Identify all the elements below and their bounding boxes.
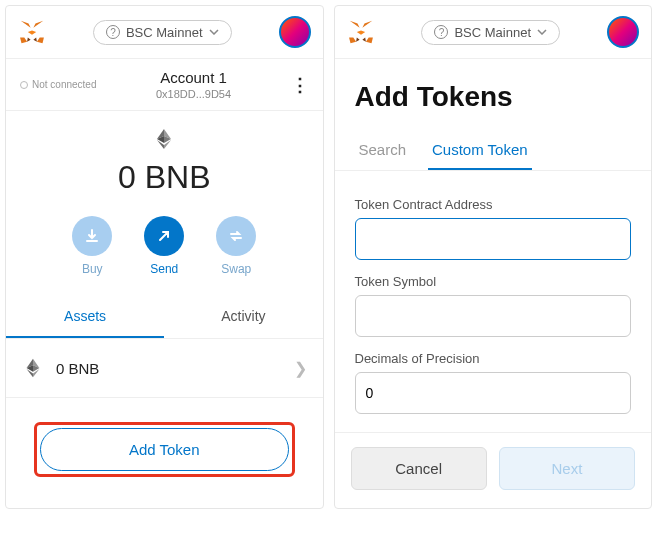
swap-button[interactable]: Swap: [216, 216, 256, 276]
svg-marker-5: [27, 38, 31, 42]
network-label: BSC Mainnet: [454, 25, 531, 40]
cancel-button[interactable]: Cancel: [351, 447, 487, 490]
account-avatar[interactable]: [607, 16, 639, 48]
tab-custom-token[interactable]: Custom Token: [428, 131, 532, 170]
svg-marker-4: [28, 31, 36, 35]
token-decimals-input[interactable]: [355, 372, 632, 414]
tutorial-highlight: Add Token: [34, 422, 295, 477]
tab-search[interactable]: Search: [355, 131, 411, 170]
chevron-down-icon: [537, 29, 547, 35]
decimals-label: Decimals of Precision: [355, 351, 632, 366]
svg-marker-6: [33, 38, 37, 42]
eth-icon: [152, 127, 176, 151]
wallet-main-panel: ? BSC Mainnet Not connected Account 1 0x…: [5, 5, 324, 509]
metamask-logo-icon: [347, 18, 375, 46]
svg-marker-22: [349, 38, 356, 44]
actions-row: Buy Send Swap: [6, 204, 323, 296]
account-info[interactable]: Account 1 0x18DD...9D54: [156, 69, 231, 100]
wallet-tabs: Assets Activity: [6, 296, 323, 338]
svg-marker-21: [365, 38, 372, 44]
svg-marker-23: [356, 31, 364, 35]
add-token-area: Add Token: [6, 398, 323, 505]
account-name: Account 1: [156, 69, 231, 86]
network-label: BSC Mainnet: [126, 25, 203, 40]
help-icon: ?: [434, 25, 448, 39]
chevron-down-icon: [209, 29, 219, 35]
svg-marker-19: [362, 21, 372, 28]
account-address: 0x18DD...9D54: [156, 88, 231, 100]
svg-marker-24: [356, 38, 360, 42]
svg-marker-25: [362, 38, 366, 42]
network-selector[interactable]: ? BSC Mainnet: [421, 20, 560, 45]
tab-assets[interactable]: Assets: [6, 296, 164, 338]
connection-status[interactable]: Not connected: [20, 79, 97, 90]
add-token-tabs: Search Custom Token: [335, 131, 652, 171]
account-avatar[interactable]: [279, 16, 311, 48]
footer-buttons: Cancel Next: [335, 432, 652, 508]
metamask-logo-icon: [18, 18, 46, 46]
eth-icon: [22, 357, 44, 379]
chevron-right-icon: ❯: [294, 359, 307, 378]
custom-token-form: Token Contract Address Token Symbol Deci…: [335, 171, 652, 432]
download-icon: [84, 228, 100, 244]
account-menu-button[interactable]: ⋮: [291, 74, 309, 96]
network-selector[interactable]: ? BSC Mainnet: [93, 20, 232, 45]
status-dot-icon: [20, 81, 28, 89]
header: ? BSC Mainnet: [6, 6, 323, 59]
tab-activity[interactable]: Activity: [164, 296, 322, 338]
svg-marker-2: [37, 38, 44, 44]
svg-marker-20: [349, 21, 359, 28]
svg-marker-0: [33, 21, 43, 28]
header: ? BSC Mainnet: [335, 6, 652, 59]
add-tokens-panel: ? BSC Mainnet Add Tokens Search Custom T…: [334, 5, 653, 509]
svg-marker-1: [21, 21, 31, 28]
symbol-label: Token Symbol: [355, 274, 632, 289]
page-title: Add Tokens: [335, 59, 652, 131]
next-button[interactable]: Next: [499, 447, 635, 490]
token-address-input[interactable]: [355, 218, 632, 260]
svg-marker-3: [20, 38, 27, 44]
add-token-button[interactable]: Add Token: [40, 428, 289, 471]
asset-row-bnb[interactable]: 0 BNB ❯: [6, 338, 323, 398]
help-icon: ?: [106, 25, 120, 39]
asset-balance: 0 BNB: [56, 360, 99, 377]
buy-button[interactable]: Buy: [72, 216, 112, 276]
balance-area: 0 BNB: [6, 111, 323, 204]
swap-icon: [228, 228, 244, 244]
address-label: Token Contract Address: [355, 197, 632, 212]
token-symbol-input[interactable]: [355, 295, 632, 337]
arrow-up-right-icon: [156, 228, 172, 244]
account-row: Not connected Account 1 0x18DD...9D54 ⋮: [6, 59, 323, 111]
balance: 0 BNB: [6, 159, 323, 196]
send-button[interactable]: Send: [144, 216, 184, 276]
